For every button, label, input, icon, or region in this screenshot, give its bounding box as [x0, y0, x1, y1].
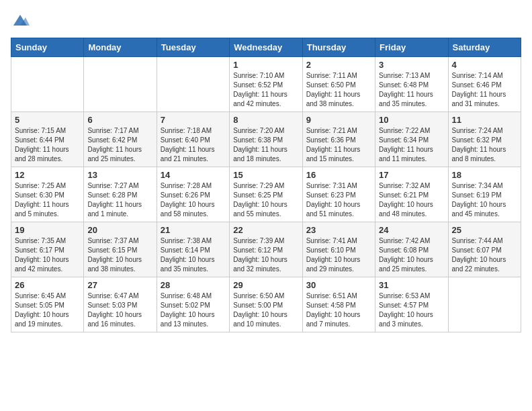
day-info: Sunrise: 6:48 AM Sunset: 5:02 PM Dayligh… — [161, 291, 226, 329]
day-info: Sunrise: 6:47 AM Sunset: 5:03 PM Dayligh… — [87, 291, 152, 329]
day-info: Sunrise: 7:15 AM Sunset: 6:44 PM Dayligh… — [15, 126, 80, 164]
week-row-3: 12Sunrise: 7:25 AM Sunset: 6:30 PM Dayli… — [11, 167, 521, 222]
day-info: Sunrise: 7:44 AM Sunset: 6:07 PM Dayligh… — [452, 236, 517, 274]
calendar-cell: 13Sunrise: 7:27 AM Sunset: 6:28 PM Dayli… — [84, 167, 157, 222]
day-number: 30 — [306, 280, 371, 290]
day-info: Sunrise: 7:39 AM Sunset: 6:12 PM Dayligh… — [233, 236, 298, 274]
logo-icon — [11, 11, 30, 30]
calendar-cell: 26Sunrise: 6:45 AM Sunset: 5:05 PM Dayli… — [11, 277, 84, 332]
day-number: 13 — [87, 170, 152, 180]
calendar-cell: 15Sunrise: 7:29 AM Sunset: 6:25 PM Dayli… — [230, 167, 302, 222]
day-info: Sunrise: 7:29 AM Sunset: 6:25 PM Dayligh… — [233, 181, 298, 219]
day-info: Sunrise: 7:35 AM Sunset: 6:17 PM Dayligh… — [15, 236, 80, 274]
page-header — [11, 11, 521, 30]
calendar-cell: 29Sunrise: 6:50 AM Sunset: 5:00 PM Dayli… — [230, 277, 302, 332]
calendar-cell — [84, 57, 157, 112]
day-number: 17 — [379, 170, 444, 180]
calendar-cell: 6Sunrise: 7:17 AM Sunset: 6:42 PM Daylig… — [84, 112, 157, 167]
calendar-cell: 8Sunrise: 7:20 AM Sunset: 6:38 PM Daylig… — [230, 112, 302, 167]
calendar-cell: 27Sunrise: 6:47 AM Sunset: 5:03 PM Dayli… — [84, 277, 157, 332]
day-number: 12 — [15, 170, 80, 180]
day-number: 3 — [379, 60, 444, 70]
day-info: Sunrise: 7:22 AM Sunset: 6:34 PM Dayligh… — [379, 126, 444, 164]
day-number: 6 — [87, 115, 152, 125]
calendar-cell: 5Sunrise: 7:15 AM Sunset: 6:44 PM Daylig… — [11, 112, 84, 167]
day-header-sunday: Sunday — [11, 38, 84, 57]
day-info: Sunrise: 7:37 AM Sunset: 6:15 PM Dayligh… — [87, 236, 152, 274]
day-header-monday: Monday — [84, 38, 157, 57]
day-header-saturday: Saturday — [448, 38, 521, 57]
day-number: 14 — [161, 170, 226, 180]
calendar-cell: 17Sunrise: 7:32 AM Sunset: 6:21 PM Dayli… — [375, 167, 448, 222]
day-number: 24 — [379, 225, 444, 235]
day-info: Sunrise: 7:28 AM Sunset: 6:26 PM Dayligh… — [161, 181, 226, 219]
calendar-cell: 18Sunrise: 7:34 AM Sunset: 6:19 PM Dayli… — [448, 167, 521, 222]
day-header-thursday: Thursday — [302, 38, 375, 57]
calendar-cell — [157, 57, 229, 112]
day-number: 15 — [233, 170, 298, 180]
day-number: 21 — [161, 225, 226, 235]
day-info: Sunrise: 7:31 AM Sunset: 6:23 PM Dayligh… — [306, 181, 371, 219]
calendar-cell: 21Sunrise: 7:38 AM Sunset: 6:14 PM Dayli… — [157, 222, 229, 277]
day-info: Sunrise: 7:10 AM Sunset: 6:52 PM Dayligh… — [233, 71, 298, 109]
calendar-cell: 14Sunrise: 7:28 AM Sunset: 6:26 PM Dayli… — [157, 167, 229, 222]
day-number: 18 — [452, 170, 517, 180]
day-number: 28 — [161, 280, 226, 290]
calendar-cell: 2Sunrise: 7:11 AM Sunset: 6:50 PM Daylig… — [302, 57, 375, 112]
calendar-cell: 3Sunrise: 7:13 AM Sunset: 6:48 PM Daylig… — [375, 57, 448, 112]
day-number: 23 — [306, 225, 371, 235]
calendar-cell — [11, 57, 84, 112]
calendar-cell: 9Sunrise: 7:21 AM Sunset: 6:36 PM Daylig… — [302, 112, 375, 167]
week-row-5: 26Sunrise: 6:45 AM Sunset: 5:05 PM Dayli… — [11, 277, 521, 332]
logo — [11, 11, 32, 30]
calendar-cell: 24Sunrise: 7:42 AM Sunset: 6:08 PM Dayli… — [375, 222, 448, 277]
day-number: 9 — [306, 115, 371, 125]
calendar-cell: 1Sunrise: 7:10 AM Sunset: 6:52 PM Daylig… — [230, 57, 302, 112]
day-number: 29 — [233, 280, 298, 290]
day-number: 26 — [15, 280, 80, 290]
day-number: 16 — [306, 170, 371, 180]
calendar-cell: 10Sunrise: 7:22 AM Sunset: 6:34 PM Dayli… — [375, 112, 448, 167]
day-info: Sunrise: 6:50 AM Sunset: 5:00 PM Dayligh… — [233, 291, 298, 329]
day-info: Sunrise: 7:41 AM Sunset: 6:10 PM Dayligh… — [306, 236, 371, 274]
calendar-cell: 4Sunrise: 7:14 AM Sunset: 6:46 PM Daylig… — [448, 57, 521, 112]
day-info: Sunrise: 7:25 AM Sunset: 6:30 PM Dayligh… — [15, 181, 80, 219]
day-info: Sunrise: 7:20 AM Sunset: 6:38 PM Dayligh… — [233, 126, 298, 164]
calendar-cell: 23Sunrise: 7:41 AM Sunset: 6:10 PM Dayli… — [302, 222, 375, 277]
day-header-wednesday: Wednesday — [230, 38, 302, 57]
day-number: 7 — [161, 115, 226, 125]
day-info: Sunrise: 7:34 AM Sunset: 6:19 PM Dayligh… — [452, 181, 517, 219]
day-info: Sunrise: 7:13 AM Sunset: 6:48 PM Dayligh… — [379, 71, 444, 109]
day-info: Sunrise: 6:53 AM Sunset: 4:57 PM Dayligh… — [379, 291, 444, 329]
day-header-tuesday: Tuesday — [157, 38, 229, 57]
day-info: Sunrise: 6:51 AM Sunset: 4:58 PM Dayligh… — [306, 291, 371, 329]
day-info: Sunrise: 7:38 AM Sunset: 6:14 PM Dayligh… — [161, 236, 226, 274]
day-number: 8 — [233, 115, 298, 125]
calendar-cell: 19Sunrise: 7:35 AM Sunset: 6:17 PM Dayli… — [11, 222, 84, 277]
day-header-friday: Friday — [375, 38, 448, 57]
calendar-cell: 30Sunrise: 6:51 AM Sunset: 4:58 PM Dayli… — [302, 277, 375, 332]
week-row-2: 5Sunrise: 7:15 AM Sunset: 6:44 PM Daylig… — [11, 112, 521, 167]
day-number: 11 — [452, 115, 517, 125]
calendar-header-row: SundayMondayTuesdayWednesdayThursdayFrid… — [11, 38, 521, 57]
calendar-cell: 31Sunrise: 6:53 AM Sunset: 4:57 PM Dayli… — [375, 277, 448, 332]
day-info: Sunrise: 7:21 AM Sunset: 6:36 PM Dayligh… — [306, 126, 371, 164]
calendar-cell: 22Sunrise: 7:39 AM Sunset: 6:12 PM Dayli… — [230, 222, 302, 277]
week-row-4: 19Sunrise: 7:35 AM Sunset: 6:17 PM Dayli… — [11, 222, 521, 277]
day-number: 2 — [306, 60, 371, 70]
calendar-cell: 25Sunrise: 7:44 AM Sunset: 6:07 PM Dayli… — [448, 222, 521, 277]
day-info: Sunrise: 7:24 AM Sunset: 6:32 PM Dayligh… — [452, 126, 517, 164]
calendar-table: SundayMondayTuesdayWednesdayThursdayFrid… — [11, 38, 521, 332]
day-number: 5 — [15, 115, 80, 125]
day-info: Sunrise: 7:18 AM Sunset: 6:40 PM Dayligh… — [161, 126, 226, 164]
calendar-cell: 12Sunrise: 7:25 AM Sunset: 6:30 PM Dayli… — [11, 167, 84, 222]
day-info: Sunrise: 7:14 AM Sunset: 6:46 PM Dayligh… — [452, 71, 517, 109]
day-number: 10 — [379, 115, 444, 125]
day-number: 4 — [452, 60, 517, 70]
day-number: 19 — [15, 225, 80, 235]
week-row-1: 1Sunrise: 7:10 AM Sunset: 6:52 PM Daylig… — [11, 57, 521, 112]
day-number: 31 — [379, 280, 444, 290]
day-info: Sunrise: 7:27 AM Sunset: 6:28 PM Dayligh… — [87, 181, 152, 219]
calendar-cell: 16Sunrise: 7:31 AM Sunset: 6:23 PM Dayli… — [302, 167, 375, 222]
calendar-cell: 20Sunrise: 7:37 AM Sunset: 6:15 PM Dayli… — [84, 222, 157, 277]
